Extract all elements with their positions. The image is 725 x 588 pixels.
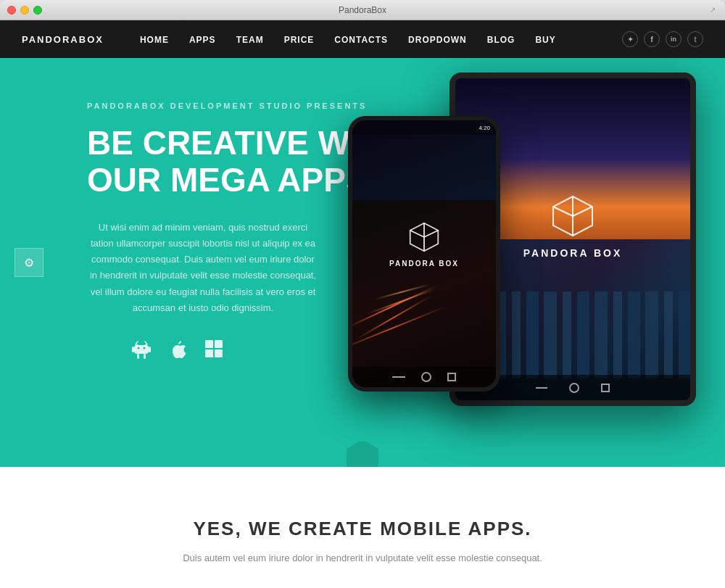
nav-item-team[interactable]: TEAM xyxy=(236,33,264,46)
windows-icon xyxy=(203,338,225,365)
nav-social: ✦ f in t xyxy=(622,31,703,47)
svg-rect-2 xyxy=(134,345,149,354)
back-nav-icon xyxy=(392,376,405,378)
svg-point-9 xyxy=(138,347,140,349)
phone-mockup: 4:20 xyxy=(348,116,500,392)
svg-line-8 xyxy=(145,341,147,344)
nav-link-buy[interactable]: BUY xyxy=(535,35,555,45)
hero-description: Ut wisi enim ad minim veniam, quis nostr… xyxy=(87,220,319,316)
svg-rect-3 xyxy=(132,347,134,352)
svg-line-18 xyxy=(553,207,573,216)
hero-section: ⚙ PANDORABOX DEVELOPMENT STUDIO PRESENTS… xyxy=(0,58,725,467)
tablet-logo-area: PANDORA BOX xyxy=(523,191,622,259)
nav-link-team[interactable]: TEAM xyxy=(236,35,264,45)
svg-line-22 xyxy=(424,230,438,236)
phone-brand-text: PANDORA BOX xyxy=(389,260,459,268)
svg-point-10 xyxy=(144,347,146,349)
svg-line-23 xyxy=(410,230,424,236)
website-content: PANDORABOX HOME APPS TEAM PRICE CONTACTS… xyxy=(0,20,725,588)
svg-rect-5 xyxy=(137,354,139,359)
android-icon xyxy=(130,338,152,365)
tablet-brand-text: PANDORA BOX xyxy=(523,247,622,259)
svg-rect-6 xyxy=(144,354,146,359)
window-chrome: PandoraBox ↗ PANDORABOX HOME APPS TEAM P… xyxy=(0,0,725,588)
phone-bottom-bar xyxy=(352,367,496,387)
hexagon-shape xyxy=(344,439,381,467)
minimize-button[interactable] xyxy=(20,6,29,15)
hero-subtitle: PANDORABOX DEVELOPMENT STUDIO PRESENTS xyxy=(87,102,725,110)
nav-link-price[interactable]: PRICE xyxy=(284,35,315,45)
phone-time: 4:20 xyxy=(478,125,490,131)
nav-link-home[interactable]: HOME xyxy=(140,35,169,45)
svg-rect-4 xyxy=(149,347,151,352)
nav-item-dropdown[interactable]: DROPDOWN xyxy=(408,33,467,46)
phone-status-bar: 4:20 xyxy=(352,120,496,135)
svg-line-7 xyxy=(136,341,138,344)
nav-item-contacts[interactable]: CONTACTS xyxy=(334,33,388,46)
facebook-icon[interactable]: f xyxy=(644,31,660,47)
back-icon xyxy=(536,387,547,389)
gear-icon: ⚙ xyxy=(24,256,34,270)
navbar: PANDORABOX HOME APPS TEAM PRICE CONTACTS… xyxy=(0,20,725,58)
svg-rect-12 xyxy=(215,340,223,348)
nav-link-blog[interactable]: BLOG xyxy=(487,35,515,45)
below-fold-description: Duis autem vel eum iriure dolor in hendr… xyxy=(145,551,580,566)
svg-rect-14 xyxy=(215,349,223,357)
svg-line-17 xyxy=(573,207,592,216)
nav-item-home[interactable]: HOME xyxy=(140,33,169,46)
globe-icon[interactable]: ✦ xyxy=(622,31,638,47)
title-bar-controls: ↗ xyxy=(708,5,718,15)
nav-link-apps[interactable]: APPS xyxy=(189,35,216,45)
recents-nav-icon xyxy=(447,373,456,381)
svg-rect-11 xyxy=(205,340,213,348)
nav-logo[interactable]: PANDORABOX xyxy=(22,34,104,45)
hero-title-line2: OUR MEGA APPS! xyxy=(87,161,379,199)
below-fold-section: YES, WE CREATE MOBILE APPS. Duis autem v… xyxy=(0,467,725,588)
phone-logo-area: PANDORA BOX xyxy=(389,219,459,268)
nav-item-buy[interactable]: BUY xyxy=(535,33,555,46)
svg-rect-13 xyxy=(205,349,213,357)
close-button[interactable] xyxy=(7,6,16,15)
phone-screen: 4:20 xyxy=(352,120,496,387)
nav-link-dropdown[interactable]: DROPDOWN xyxy=(408,35,467,45)
traffic-lights xyxy=(7,6,42,15)
title-bar: PandoraBox ↗ xyxy=(0,0,725,20)
nav-links: HOME APPS TEAM PRICE CONTACTS DROPDOWN B… xyxy=(140,33,622,46)
below-fold-title: YES, WE CREATE MOBILE APPS. xyxy=(22,518,703,540)
linkedin-icon[interactable]: in xyxy=(666,31,682,47)
apple-icon xyxy=(167,338,188,365)
window-title: PandoraBox xyxy=(339,5,386,15)
recents-icon xyxy=(601,384,610,392)
nav-item-blog[interactable]: BLOG xyxy=(487,33,515,46)
nav-item-apps[interactable]: APPS xyxy=(189,33,216,46)
nav-link-contacts[interactable]: CONTACTS xyxy=(334,35,388,45)
home-icon xyxy=(569,383,579,393)
settings-button[interactable]: ⚙ xyxy=(14,248,44,277)
twitter-icon[interactable]: t xyxy=(687,31,703,47)
share-icon: ↗ xyxy=(708,5,718,15)
maximize-button[interactable] xyxy=(33,6,42,15)
nav-item-price[interactable]: PRICE xyxy=(284,33,315,46)
hexagon-divider xyxy=(344,439,381,467)
home-nav-icon xyxy=(421,372,431,382)
